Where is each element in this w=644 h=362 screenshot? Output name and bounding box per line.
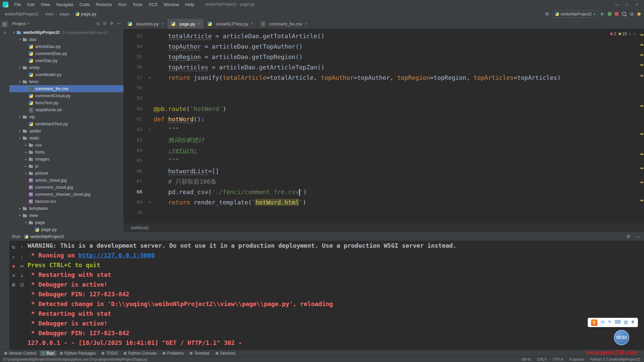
tree-chevron-icon[interactable]: ▸ — [17, 129, 22, 133]
ime-toolbar[interactable]: S 中✎⌨▤✚ — [588, 318, 638, 327]
stop-icon[interactable]: ■ — [12, 263, 15, 269]
code-line[interactable]: 61def hotWord(): — [123, 114, 639, 124]
wrap-icon[interactable]: ↩ — [20, 263, 24, 269]
toolwindow-button-services[interactable]: Services — [213, 351, 238, 356]
breadcrumb-item[interactable]: view — [45, 11, 54, 16]
menu-item-help[interactable]: Help — [182, 2, 197, 7]
tree-row[interactable]: ▾entity — [9, 64, 123, 71]
code-editor[interactable]: 53 totalArticle = articleDao.getTotalArt… — [123, 29, 639, 224]
menu-item-file[interactable]: File — [11, 2, 24, 7]
fold-marker-icon[interactable]: ▾ — [146, 124, 154, 135]
status-widget[interactable]: Python 3.7 (weiboNlpProject2) — [590, 357, 640, 361]
ime-tool-icon-2[interactable]: ⌨ — [614, 319, 621, 325]
tree-chevron-icon[interactable]: ▸ — [23, 143, 29, 147]
maximize-icon[interactable]: □ — [622, 0, 632, 9]
tree-row[interactable]: favicon.ico — [9, 198, 123, 205]
menu-item-run[interactable]: Run — [115, 2, 129, 7]
tree-row[interactable]: userDao.py — [9, 57, 123, 64]
tree-row[interactable]: ▸css — [9, 141, 123, 148]
ime-tool-icon-1[interactable]: ✎ — [608, 319, 611, 325]
stop-button[interactable] — [615, 12, 619, 16]
run-settings-gear-icon[interactable]: ⚙ — [626, 234, 630, 239]
tree-row[interactable]: ▸spider — [9, 127, 123, 134]
scroll-end-icon[interactable]: ⇣ — [20, 273, 24, 278]
hide-run-panel-icon[interactable]: — — [636, 234, 640, 239]
stripe-mark[interactable] — [640, 200, 643, 201]
clear-icon[interactable]: ∅ — [20, 282, 24, 288]
tree-row[interactable]: ▾weiboNlpProject2D:\yuqing\weiboNlpProje… — [9, 29, 123, 36]
chevron-down-icon[interactable]: ▾ — [27, 22, 29, 25]
tree-row[interactable]: comment_cloud.jpg — [9, 184, 123, 191]
run-button[interactable] — [601, 12, 604, 16]
tree-row[interactable]: ▾static — [9, 134, 123, 141]
down-icon[interactable]: ↓ — [21, 254, 23, 259]
tree-row[interactable]: article_cloud.jpg — [9, 177, 123, 184]
toolwindow-button-version-control[interactable]: Version Control — [2, 351, 39, 356]
inspections-widget[interactable]: 2 19 ˄ ˅ — [610, 32, 635, 36]
code-line[interactable]: 68 pd.read_csv('./fenci/comment_fre.csv'… — [123, 187, 639, 197]
tree-row[interactable]: sentimentTest.py — [9, 120, 123, 127]
settings-icon[interactable]: ⚙ — [11, 282, 16, 288]
stripe-mark[interactable] — [640, 133, 643, 135]
toolwindow-button-python-packages[interactable]: Python Packages — [58, 351, 98, 356]
tree-row[interactable]: ▸picture — [9, 170, 123, 177]
tree-row[interactable]: userModel.py — [9, 71, 123, 78]
code-line[interactable]: 55 topRegion = articleDao.getTopRegion() — [123, 52, 639, 62]
code-line[interactable]: 66 hotwordList=[] — [123, 166, 639, 176]
tree-chevron-icon[interactable]: ▸ — [23, 171, 29, 175]
prev-problem-icon[interactable]: ˄ — [629, 32, 631, 36]
fold-marker-icon[interactable]: ▾ — [146, 72, 154, 83]
code-line[interactable]: 65 """ — [123, 156, 639, 166]
stripe-mark[interactable] — [640, 154, 643, 155]
toolwindow-button-python-console[interactable]: Python Console — [121, 351, 159, 356]
tree-row[interactable]: fenciTest.py — [9, 99, 123, 106]
code-line[interactable]: 64 :return: — [123, 145, 639, 156]
settings-gear-icon[interactable]: ⚙ — [630, 11, 634, 17]
search-everywhere-icon[interactable] — [622, 12, 626, 16]
console-link[interactable]: http://127.0.0.1:5000 — [78, 252, 155, 259]
tab-close-icon[interactable]: × — [251, 21, 253, 26]
collapse-all-icon[interactable]: ⊟ — [103, 21, 106, 26]
stripe-mark[interactable] — [640, 168, 643, 169]
ime-tool-icon-0[interactable]: 中 — [600, 319, 605, 325]
editor-tab[interactable]: baseInfo.py× — [124, 19, 167, 29]
code-line[interactable]: 56 topArticles = articleDao.getArticleTo… — [123, 62, 639, 72]
tree-chevron-icon[interactable]: ▸ — [23, 157, 29, 161]
status-widget[interactable]: CRLF — [537, 357, 547, 361]
breadcrumb-function[interactable]: hotWord() — [131, 226, 149, 230]
stripe-mark[interactable] — [640, 182, 643, 183]
status-widget[interactable]: 68:41 — [522, 357, 531, 361]
ime-tool-icon-4[interactable]: ✚ — [631, 319, 635, 325]
code-line[interactable]: 63 热词分析统计 — [123, 135, 639, 145]
stripe-mark[interactable] — [640, 105, 643, 107]
stripe-mark[interactable] — [640, 75, 643, 76]
tree-chevron-icon[interactable]: ▾ — [11, 31, 16, 34]
tree-row[interactable]: ▾fenci — [9, 78, 123, 85]
sogou-logo-icon[interactable]: S — [591, 319, 597, 326]
close-icon[interactable]: × — [632, 0, 642, 9]
stripe-mark[interactable] — [640, 34, 643, 36]
breadcrumb-item[interactable]: page — [60, 11, 69, 16]
tab-close-icon[interactable]: × — [198, 21, 200, 26]
tree-row[interactable]: comment_zhexian_cloud.jpg — [9, 191, 123, 198]
menu-item-tools[interactable]: Tools — [129, 2, 146, 7]
tree-chevron-icon[interactable]: ▾ — [17, 214, 22, 217]
toolwindow-button-terminal[interactable]: Terminal — [187, 351, 212, 356]
hide-panel-icon[interactable]: — — [117, 21, 121, 26]
tree-row[interactable]: ▾nlp — [9, 113, 123, 120]
tree-chevron-icon[interactable]: ▸ — [23, 164, 29, 168]
code-line[interactable]: 67 # 只获取前100条 — [123, 176, 639, 187]
menu-item-navigate[interactable]: Navigate — [53, 2, 76, 7]
tree-row[interactable]: ▸js — [9, 163, 123, 170]
structure-stripe-icon[interactable]: ≡ — [1, 29, 8, 36]
tree-row[interactable]: ▸templates — [9, 205, 123, 212]
menu-icon[interactable]: ≡ — [12, 273, 15, 278]
code-line[interactable]: 69▾ return render_template('hotWord.html… — [123, 197, 639, 207]
code-line[interactable]: 59 — [123, 93, 639, 104]
toolwindow-button-run[interactable]: Run — [40, 351, 56, 356]
project-stripe-icon[interactable]: ▤ — [1, 21, 8, 27]
find-icon[interactable]: ⌕ — [12, 254, 15, 260]
build-hammer-icon[interactable]: ⚒ — [545, 11, 549, 17]
tab-close-icon[interactable]: × — [305, 21, 307, 26]
run-config-select[interactable]: weiboNlpProject2 ▾ — [552, 10, 598, 18]
